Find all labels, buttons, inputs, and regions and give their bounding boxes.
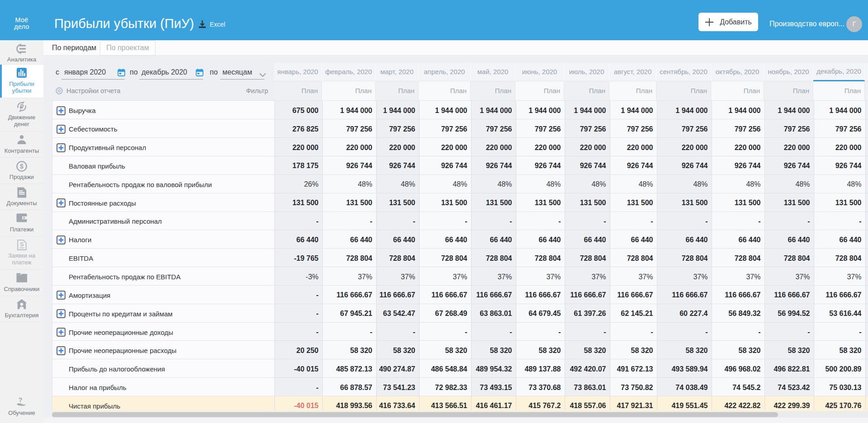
svg-text:$: $ bbox=[20, 163, 24, 170]
svg-text:?: ? bbox=[19, 397, 23, 404]
svg-text:₽: ₽ bbox=[20, 103, 24, 110]
svg-text:S: S bbox=[20, 241, 24, 248]
